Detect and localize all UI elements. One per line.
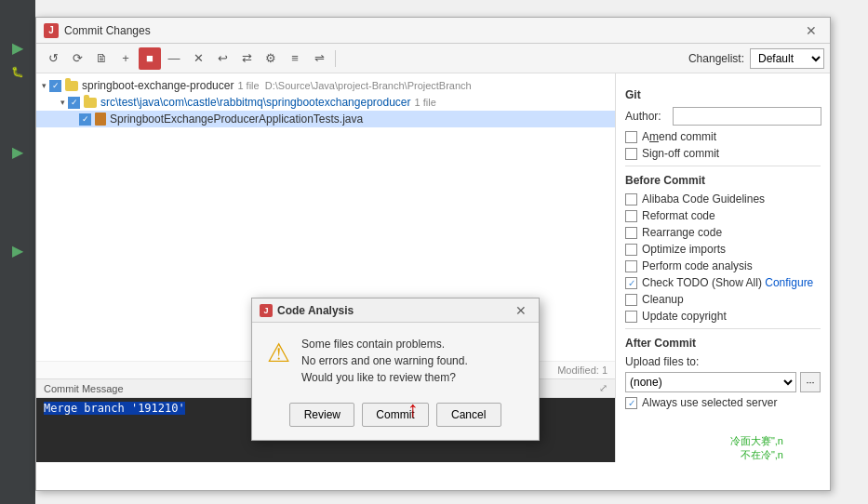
checkbox-sub[interactable]: ✓ [68, 97, 80, 109]
toolbar-btn-11[interactable]: ≡ [284, 47, 306, 70]
git-section-title: Git [625, 88, 821, 101]
dialog-buttons: Review Commit Cancel [252, 395, 539, 440]
folder-icon-sub [84, 98, 97, 108]
ide-sidebar: ▶ 🐛 ▶ ▶ [0, 0, 35, 504]
title-bar-left: J Commit Changes [44, 23, 151, 38]
red-arrow-indicator: ↑ [407, 396, 419, 422]
amend-commit-row: Amend commit [625, 130, 821, 143]
expand-arrow-root: ▾ [42, 81, 47, 90]
check-todo-box[interactable] [625, 277, 637, 289]
code-analysis-dialog: J Code Analysis ✕ ⚠ Some files contain p… [251, 298, 540, 441]
amend-commit-checkbox[interactable] [625, 131, 637, 143]
commit-message-label: Commit Message [44, 383, 124, 394]
watermark-line1: 冷面大赛",n [730, 434, 783, 448]
tree-subfolder-item[interactable]: ▾ ✓ src\test\java\com\castle\rabbitmq\sp… [36, 94, 615, 111]
check-optimize-box[interactable] [625, 244, 637, 256]
upload-browse-btn[interactable]: ··· [800, 372, 821, 392]
dialog-message: Some files contain problems. No errors a… [301, 336, 468, 386]
commit-message-icon: ⤢ [599, 382, 608, 394]
check-cleanup-box[interactable] [625, 294, 637, 306]
dialog-title-left: J Code Analysis [260, 304, 354, 317]
signoff-commit-label: Sign-off commit [642, 147, 719, 160]
toolbar-btn-1[interactable]: ↺ [42, 47, 64, 70]
toolbar-separator [335, 50, 336, 67]
root-label: springboot-exchange-producer [82, 79, 234, 92]
upload-select[interactable]: (none) [625, 372, 796, 392]
check-optimize: Optimize imports [625, 243, 821, 256]
author-label: Author: [625, 110, 667, 123]
check-alibaba-box[interactable] [625, 193, 637, 206]
modified-text: Modified: 1 [557, 365, 608, 376]
check-reformat: Reformat code [625, 209, 821, 222]
folder-icon-root [65, 81, 78, 91]
checkbox-file[interactable]: ✓ [79, 113, 91, 126]
check-alibaba: Alibaba Code Guidelines [625, 192, 821, 206]
toolbar-btn-5[interactable]: ■ [139, 47, 161, 70]
checkbox-root[interactable]: ✓ [49, 80, 61, 92]
root-meta: 1 file D:\Source\Java\project-Branch\Pro… [237, 80, 471, 91]
run-button[interactable]: ▶ [7, 37, 28, 58]
toolbar-btn-8[interactable]: ↩ [211, 47, 234, 70]
warning-icon: ⚠ [267, 338, 290, 386]
always-use-row: Always use selected server [625, 396, 821, 409]
check-perform: Perform code analysis [625, 259, 821, 272]
divider-1 [625, 166, 821, 166]
dialog-title-text: Code Analysis [277, 304, 354, 317]
dialog-message-line1: Some files contain problems. [301, 336, 468, 352]
author-input[interactable] [673, 107, 821, 126]
check-reformat-box[interactable] [625, 210, 637, 222]
dialog-message-line3: Would you like to review them? [301, 369, 468, 386]
subfolder-label: src\test\java\com\castle\rabbitmq\spring… [100, 96, 411, 109]
toolbar-btn-12[interactable]: ⇌ [308, 47, 330, 70]
debug-button[interactable]: 🐛 [7, 61, 28, 82]
changelist-section: Changelist: Default [688, 48, 824, 69]
toolbar-btn-9[interactable]: ⇄ [235, 47, 258, 70]
toolbar-btn-6[interactable]: — [163, 47, 185, 70]
dialog-close-button[interactable]: ✕ [511, 302, 531, 319]
subfolder-meta: 1 file [415, 97, 436, 108]
check-cleanup-label: Cleanup [642, 293, 684, 306]
dialog-title-bar: J Code Analysis ✕ [252, 298, 539, 323]
check-cleanup: Cleanup [625, 293, 821, 306]
expand-arrow-sub: ▾ [60, 98, 65, 107]
watermark: 冷面大赛",n 不在冷",n [730, 434, 783, 462]
before-commit-title: Before Commit [625, 174, 821, 187]
toolbar-btn-4[interactable]: + [114, 47, 137, 70]
signoff-commit-row: Sign-off commit [625, 147, 821, 160]
configure-link[interactable]: Configure [765, 276, 813, 289]
check-rearrange-box[interactable] [625, 227, 637, 239]
cancel-button[interactable]: Cancel [436, 403, 501, 427]
upload-label: Upload files to: [625, 355, 821, 368]
check-reformat-label: Reformat code [642, 209, 715, 222]
toolbar-btn-3[interactable]: 🗎 [90, 47, 113, 70]
divider-2 [625, 328, 821, 329]
title-bar: J Commit Changes ✕ [36, 18, 830, 44]
after-commit-title: After Commit [625, 337, 821, 350]
dialog-app-icon: J [260, 304, 273, 317]
signoff-commit-checkbox[interactable] [625, 148, 637, 160]
check-todo-label: Check TODO (Show All) Configure [642, 276, 813, 289]
run-button-3[interactable]: ▶ [7, 240, 28, 260]
toolbar-btn-2[interactable]: ⟳ [66, 47, 88, 70]
upload-select-row: (none) ··· [625, 372, 821, 392]
window-close-button[interactable]: ✕ [800, 21, 822, 40]
amend-commit-label: Amend commit [642, 130, 716, 143]
tree-root-item[interactable]: ▾ ✓ springboot-exchange-producer 1 file … [36, 77, 615, 94]
check-perform-label: Perform code analysis [642, 259, 753, 272]
file-icon-java [95, 113, 106, 126]
review-button[interactable]: Review [289, 403, 354, 427]
toolbar-btn-7[interactable]: ✕ [187, 47, 209, 70]
changelist-select[interactable]: Default [750, 48, 824, 69]
tree-file-item[interactable]: ✓ SpringbootExchangeProducerApplicationT… [36, 111, 615, 127]
run-button-2[interactable]: ▶ [7, 141, 28, 162]
toolbar-btn-10[interactable]: ⚙ [260, 47, 282, 70]
changelist-label: Changelist: [688, 52, 744, 65]
check-copyright-box[interactable] [625, 311, 637, 323]
check-perform-box[interactable] [625, 260, 637, 272]
dialog-message-line2: No errors and one warning found. [301, 352, 468, 369]
check-copyright: Update copyright [625, 310, 821, 323]
check-alibaba-label: Alibaba Code Guidelines [642, 192, 765, 206]
check-rearrange: Rearrange code [625, 226, 821, 239]
app-icon: J [44, 23, 59, 38]
always-use-checkbox[interactable] [625, 397, 637, 409]
